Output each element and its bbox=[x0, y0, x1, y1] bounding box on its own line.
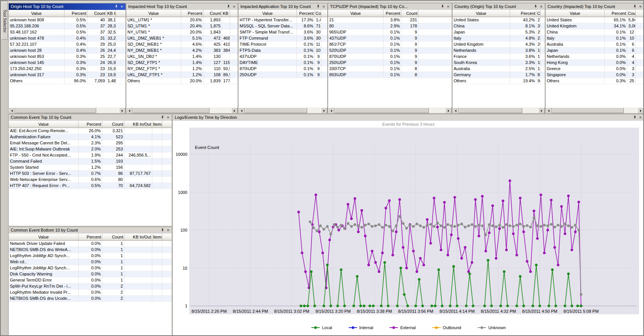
scroll-right-button[interactable] bbox=[321, 107, 327, 113]
column-header-count[interactable]: Count bbox=[203, 10, 222, 17]
column-header-value[interactable]: Value bbox=[328, 10, 383, 17]
horizontal-scrollbar[interactable] bbox=[9, 107, 126, 113]
close-icon[interactable]: × bbox=[166, 228, 171, 233]
table-row[interactable]: 861\TCP0.1%9 bbox=[328, 42, 452, 48]
scroll-left-button[interactable] bbox=[328, 107, 335, 113]
panel-title-bar[interactable]: Origin Host Top 10 by Count× bbox=[9, 3, 126, 10]
table-row[interactable]: UKL_DMZ_WEB1 *5.1%472468,728... bbox=[126, 35, 238, 42]
table-row[interactable]: Authentication Failure4.1%523 bbox=[9, 134, 172, 140]
table-row[interactable]: 213.8%231 bbox=[328, 17, 452, 23]
column-header-count[interactable]: Count bbox=[315, 10, 321, 17]
close-icon[interactable]: × bbox=[638, 4, 643, 9]
table-row[interactable]: 870\UDP0.1%9 bbox=[328, 54, 452, 60]
table-row[interactable]: Others20.0%1,839177,346... bbox=[126, 78, 238, 84]
table-row[interactable]: DAYTIME0.1%9 bbox=[238, 60, 327, 66]
table-row[interactable]: 330\TCP0.1%8 bbox=[328, 66, 452, 72]
table-row[interactable]: NY_DMZ_FTP1 *1.2%11093,989.1... bbox=[126, 66, 238, 72]
pin-icon[interactable] bbox=[226, 4, 231, 9]
horizontal-scrollbar[interactable] bbox=[546, 107, 644, 113]
column-header-percent[interactable]: Percent bbox=[297, 10, 315, 17]
table-row[interactable]: 802.9%178 bbox=[328, 23, 452, 29]
column-header-count[interactable]: Count bbox=[102, 121, 124, 128]
column-header-value[interactable]: Value bbox=[9, 121, 79, 128]
scroll-right-button[interactable] bbox=[638, 107, 644, 113]
table-row[interactable]: Italy4.8%23 bbox=[452, 35, 545, 42]
panel-title-bar[interactable]: Common Event Bottom 10 by Count× bbox=[9, 227, 172, 234]
table-row[interactable]: unknown host 3170.3%2319,939.9... bbox=[9, 72, 126, 78]
column-header-count[interactable]: Count bbox=[536, 10, 541, 17]
column-header-percent[interactable]: Percent bbox=[181, 10, 203, 17]
table-row[interactable]: Command Failed1.5%193 bbox=[9, 158, 172, 165]
column-header-value[interactable]: Value bbox=[9, 10, 64, 17]
column-header-count[interactable]: Count bbox=[401, 10, 419, 17]
scrollbar-track[interactable] bbox=[133, 107, 231, 113]
table-row[interactable]: System Started1.2%156 bbox=[9, 165, 172, 171]
close-icon[interactable]: × bbox=[638, 115, 643, 120]
table-row[interactable]: United States65.1%5,842 bbox=[546, 17, 644, 23]
scrollbar-track[interactable] bbox=[552, 107, 638, 113]
table-row[interactable]: United Kingdom4.3%20 bbox=[452, 42, 545, 48]
column-header-items-in-out[interactable]: Items In/Out bbox=[152, 234, 162, 241]
scroll-left-button[interactable] bbox=[126, 107, 133, 113]
close-icon[interactable]: × bbox=[232, 4, 237, 9]
table-row[interactable]: AIE: Int:Susp:Malware Outbreak2.0%253 bbox=[9, 146, 172, 152]
column-header-count[interactable]: Count bbox=[627, 10, 636, 17]
table-row[interactable]: Singapore0.0%3 bbox=[546, 72, 644, 78]
close-icon[interactable]: × bbox=[446, 4, 451, 9]
column-header-count[interactable]: Count bbox=[102, 234, 124, 241]
scrollbar-thumb[interactable] bbox=[133, 107, 209, 113]
scrollbar-thumb[interactable] bbox=[552, 107, 624, 113]
table-row[interactable]: HTTP 503 : Server Error - Serv...0.7%868… bbox=[9, 171, 172, 177]
table-row[interactable]: SD_DMZ_FTP1 *1.4%127115,063... bbox=[126, 60, 238, 66]
table-row[interactable]: Network Driver Update Failed0.0%1 bbox=[9, 241, 172, 247]
horizontal-scrollbar[interactable] bbox=[328, 107, 452, 113]
table-row[interactable]: Others96.0%7,0591,481,59... bbox=[9, 78, 126, 84]
legend-item-local[interactable]: Local bbox=[311, 325, 332, 330]
scrollbar-track[interactable] bbox=[459, 107, 538, 113]
scrollbar-track[interactable] bbox=[245, 107, 321, 113]
table-row[interactable]: United States43.2%2,10 bbox=[452, 17, 545, 23]
table-row[interactable]: 870\UDP0.1%9 bbox=[238, 66, 327, 72]
table-row[interactable]: Greece0.0%3 bbox=[546, 66, 644, 72]
table-row[interactable]: 93.48.107.1620.5%3732,570.3... bbox=[9, 29, 126, 35]
table-row[interactable]: 520\UDP0.1%9 bbox=[328, 48, 452, 54]
column-header-value[interactable]: Value bbox=[9, 234, 79, 241]
table-row[interactable]: Others0.3%25 bbox=[546, 78, 644, 84]
table-row[interactable]: 57.32.221.1070.4%2925,012.4... bbox=[9, 42, 126, 48]
scroll-right-button[interactable] bbox=[119, 107, 126, 113]
legend-item-external[interactable]: External bbox=[389, 325, 415, 330]
table-row[interactable]: FTPS-Data0.1%10 bbox=[238, 48, 327, 54]
table-row[interactable]: Disk Capacity Warning0.0%1 bbox=[9, 271, 172, 277]
close-icon[interactable]: × bbox=[119, 4, 124, 9]
table-row[interactable]: unknown host 8080.5%4038,146.7... bbox=[9, 17, 126, 23]
table-row[interactable]: NY_UTM1 *20.0%1,843 bbox=[126, 29, 238, 35]
scroll-right-button[interactable] bbox=[231, 107, 238, 113]
table-row[interactable]: LogRhythm JobMgr AD Synch...0.0%1 bbox=[9, 253, 172, 259]
panel-title-bar[interactable]: Common Event Top 10 by Count× bbox=[9, 114, 172, 121]
column-header-percent[interactable]: Percent bbox=[510, 10, 536, 17]
table-row[interactable]: HTTP - Hypertext Transfer...17.3%1,447 bbox=[238, 17, 327, 23]
table-row[interactable]: Italy0.1%10 bbox=[546, 35, 644, 42]
table-row[interactable]: UKL_UTM1 *20.6%1,893 bbox=[126, 17, 238, 23]
panel-title-bar[interactable]: Impacted Host Top 10 by Count× bbox=[126, 3, 238, 10]
table-row[interactable]: 965\UDP0.1%9 bbox=[328, 29, 452, 35]
table-row[interactable]: LogRhythm Mediator Invalid Pr...0.0%2 bbox=[9, 290, 172, 296]
table-row[interactable]: Japan5.3%25 bbox=[452, 29, 545, 35]
pin-icon[interactable] bbox=[440, 4, 445, 9]
table-row[interactable]: 250\UDP0.1%9 bbox=[238, 72, 327, 78]
table-row[interactable]: unknown host 1450.3%2426,957.5... bbox=[9, 60, 126, 66]
table-row[interactable]: 893\UDP0.1%8 bbox=[328, 72, 452, 78]
table-row[interactable]: Japan0.1%6 bbox=[546, 48, 644, 54]
column-header-kb-in-out[interactable]: KB In/Out bbox=[124, 121, 152, 128]
panel-title-bar[interactable]: Country (Origin) Top 10 by Count× bbox=[452, 3, 545, 10]
table-row[interactable]: Web Netscape Enterprise Serv...0.6%80 bbox=[9, 177, 172, 183]
table-row[interactable]: Netherlands0.0%4 bbox=[546, 54, 644, 60]
pin-icon[interactable] bbox=[160, 228, 165, 233]
table-row[interactable]: Australia2.5%12 bbox=[452, 66, 545, 72]
table-row[interactable]: China8.1%39 bbox=[452, 23, 545, 29]
table-row[interactable]: MSSQL - SQL Server Data...8.6%716 bbox=[238, 23, 327, 29]
table-row[interactable]: UKL_DMZ_FTP1 *1.2%10889,915.8... bbox=[126, 72, 238, 78]
table-row[interactable]: France3.6%17 bbox=[452, 54, 545, 60]
table-row[interactable]: AIE: Ext:Accnt Comp:Remote...26.0%3,321 bbox=[9, 128, 172, 134]
column-header-percent[interactable]: Percent bbox=[79, 121, 102, 128]
